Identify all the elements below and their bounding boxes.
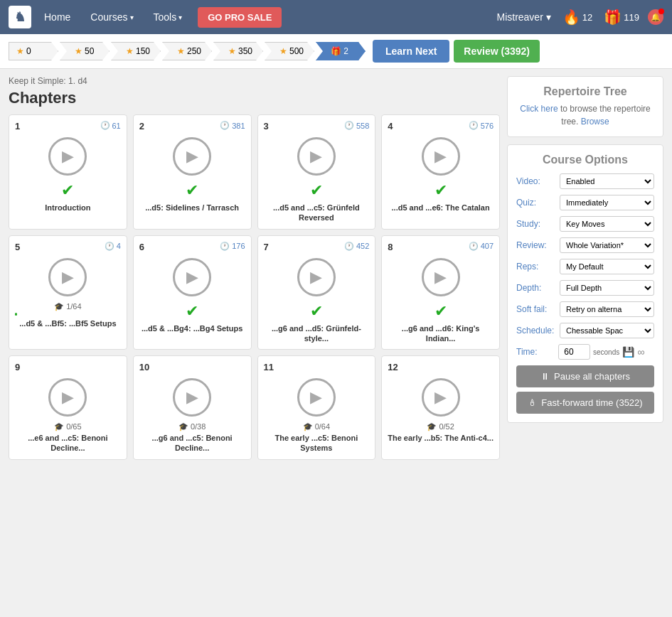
star-icon: ★ (16, 46, 24, 56)
clock-icon: 🕐 (469, 242, 479, 251)
chapter-card-5[interactable]: 5 🕐4 ▶ 🎓 1/64 ...d5 & ...Bf5: ...Bf5 Set… (9, 235, 127, 350)
chapter-check: ✔ (388, 181, 494, 200)
option-row-softfail: Soft fail: Retry on alterna (516, 301, 654, 317)
chapter-play: ▶ (139, 258, 245, 296)
save-icon[interactable]: 💾 (622, 346, 634, 358)
option-select-review[interactable]: Whole Variation* (560, 237, 654, 253)
nav-courses[interactable]: Courses ▾ (83, 11, 140, 23)
chapter-study-info: 🎓 0/65 (15, 422, 121, 431)
play-button[interactable]: ▶ (173, 137, 211, 176)
option-select-study[interactable]: Key Moves (560, 216, 654, 232)
chapter-card-12[interactable]: 12 ▶ 🎓 0/52 The early ...b5: The Anti-c4… (381, 355, 500, 460)
star-icon: ★ (126, 46, 134, 56)
rep-tree-title: Repertoire Tree (516, 85, 654, 98)
nav-home[interactable]: Home (37, 11, 78, 23)
chapter-check: ✔ (388, 302, 494, 321)
option-select-schedule[interactable]: Chessable Spac (560, 323, 654, 338)
fast-forward-button[interactable]: 🕯 Fast-forward time (3522) (516, 392, 654, 414)
right-panel: Repertoire Tree Click here to browse the… (507, 76, 663, 460)
chapter-card-10[interactable]: 10 ▶ 🎓 0/38 ...g6 and ...c5: Benoni Decl… (133, 355, 252, 460)
option-label-schedule: Schedule: (516, 326, 555, 336)
rep-tree-link[interactable]: Click here (520, 104, 558, 114)
option-row-quiz: Quiz: Immediately (516, 195, 654, 210)
progress-step-150[interactable]: ★150 (111, 42, 161, 60)
option-label-reps: Reps: (516, 262, 555, 272)
tools-arrow-icon: ▾ (178, 14, 182, 21)
chapter-num: 1 (15, 121, 20, 132)
chapter-card-header: 6 🕐176 (139, 242, 245, 252)
time-input[interactable] (558, 344, 590, 360)
chapter-num: 3 (264, 121, 269, 132)
chapter-card-9[interactable]: 9 ▶ 🎓 0/65 ...e6 and ...c5: Benoni Decli… (9, 355, 127, 460)
progress-step-250[interactable]: ★250 (162, 42, 212, 60)
pause-all-chapters-button[interactable]: ⏸ Pause all chapters (516, 365, 654, 387)
chapter-card-1[interactable]: 1 🕐61 ▶ ✔Introduction (9, 114, 127, 230)
chapter-card-2[interactable]: 2 🕐381 ▶ ✔...d5: Sidelines / Tarrasch (133, 114, 252, 230)
go-pro-button[interactable]: GO PRO SALE (198, 7, 282, 28)
chapter-play: ▶ (264, 258, 370, 296)
chapter-count: 🕐61 (100, 121, 121, 130)
logo: ♞ (9, 6, 31, 28)
notification-dot (658, 9, 664, 14)
option-select-quiz[interactable]: Immediately (560, 195, 654, 210)
progress-step-500[interactable]: ★500 (265, 42, 314, 60)
chapter-play: ▶ (15, 378, 121, 417)
clock-icon: 🕐 (100, 121, 110, 130)
play-button[interactable]: ▶ (173, 378, 211, 417)
progress-step-350[interactable]: ★350 (213, 42, 263, 60)
chapter-card-header: 12 (388, 362, 494, 372)
chapter-check: ✔ (264, 302, 370, 321)
clock-icon: 🕐 (105, 242, 114, 251)
chapter-study-info: 🎓 1/64 (15, 302, 121, 311)
chapter-progress-bar (15, 313, 17, 316)
chapter-label: ...e6 and ...c5: Benoni Decline... (15, 433, 121, 454)
play-button[interactable]: ▶ (297, 378, 336, 417)
star-icon: ★ (279, 46, 287, 56)
chapter-label: ...d5 and ...e6: The Catalan (388, 203, 494, 213)
gift-badge: 🎁 119 (604, 9, 639, 26)
play-button[interactable]: ▶ (422, 258, 460, 296)
chapter-num: 9 (15, 362, 20, 372)
chapter-check: ✔ (15, 181, 121, 200)
gift-icon: 🎁 (604, 9, 622, 26)
chapter-card-header: 3 🕐558 (264, 121, 370, 132)
option-select-video[interactable]: Enabled (560, 173, 654, 189)
play-button[interactable]: ▶ (297, 258, 336, 296)
play-button[interactable]: ▶ (422, 137, 460, 176)
nav-tools[interactable]: Tools ▾ (146, 11, 190, 23)
chapter-card-11[interactable]: 11 ▶ 🎓 0/64 The early ...c5: Benoni Syst… (257, 355, 376, 460)
infinity-icon[interactable]: ∞ (637, 346, 644, 358)
option-select-softfail[interactable]: Retry on alterna (560, 301, 654, 317)
progress-step-gift[interactable]: 🎁 2 (316, 42, 366, 60)
chapter-card-7[interactable]: 7 🕐452 ▶ ✔...g6 and ...d5: Grünfeld-styl… (257, 235, 376, 350)
chapter-card-header: 7 🕐452 (264, 242, 370, 252)
chapter-card-6[interactable]: 6 🕐176 ▶ ✔...d5 & ...Bg4: ...Bg4 Setups (133, 235, 252, 350)
chapter-card-header: 10 (139, 362, 245, 372)
left-panel: Keep it Simple: 1. d4 Chapters 1 🕐61 ▶ ✔… (9, 76, 500, 460)
clock-icon: 🕐 (344, 242, 354, 251)
chapter-play: ▶ (388, 258, 494, 296)
learn-next-button[interactable]: Learn Next (373, 40, 449, 63)
option-select-depth[interactable]: Full Depth (560, 280, 654, 296)
option-label-video: Video: (516, 176, 555, 186)
progress-step-0[interactable]: ★0 (9, 42, 58, 60)
play-button[interactable]: ▶ (48, 258, 87, 296)
time-row: Time: seconds 💾 ∞ (516, 344, 654, 360)
play-button[interactable]: ▶ (173, 258, 211, 296)
play-button[interactable]: ▶ (422, 378, 460, 417)
chapter-card-4[interactable]: 4 🕐576 ▶ ✔...d5 and ...e6: The Catalan (381, 114, 500, 230)
chapter-label: The early ...b5: The Anti-c4... (388, 433, 494, 443)
chapter-card-3[interactable]: 3 🕐558 ▶ ✔...d5 and ...c5: Grünfeld Reve… (257, 114, 376, 230)
review-button[interactable]: Review (3392) (454, 40, 540, 63)
progress-step-50[interactable]: ★50 (60, 42, 110, 60)
chapter-card-8[interactable]: 8 🕐407 ▶ ✔...g6 and ...d6: King's Indian… (381, 235, 500, 350)
play-button[interactable]: ▶ (297, 137, 336, 176)
chapter-card-header: 11 (264, 362, 370, 372)
play-button[interactable]: ▶ (48, 137, 87, 176)
play-button[interactable]: ▶ (48, 378, 87, 417)
notification-bell[interactable]: 🔔 (648, 9, 663, 25)
user-menu[interactable]: Mistreaver ▾ (496, 11, 550, 23)
rep-tree-browse-link[interactable]: Browse (581, 117, 609, 127)
option-select-reps[interactable]: My Default (560, 259, 654, 274)
pause-icon: ⏸ (540, 371, 550, 382)
